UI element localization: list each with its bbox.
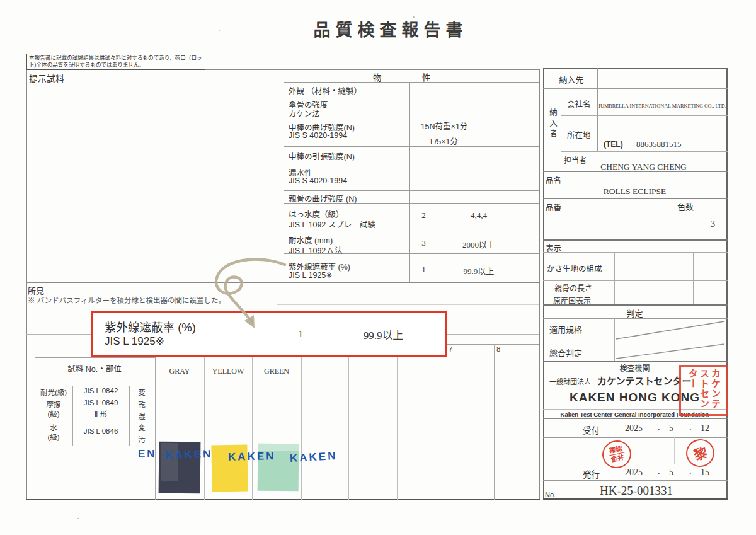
sample-no-part-header: 試料 No.・部位	[35, 362, 154, 374]
issued-day: 15	[701, 468, 709, 478]
kaken-stamp-partial: EN	[138, 448, 157, 461]
fabric-composition-label: かさ生地の組成	[547, 262, 602, 274]
phys-count-water-resist: 3	[410, 238, 438, 248]
supplier-label: 納入者	[547, 108, 559, 140]
grid-line	[447, 344, 539, 345]
grid-line	[693, 252, 694, 304]
row-water-change: 変	[129, 422, 154, 432]
phys-row-appearance: 外観 （材料・縫製）	[289, 84, 362, 96]
row-water-stain: 汚	[129, 434, 154, 444]
grid-line	[284, 163, 539, 163]
kaken-stamp-1: KAKEN	[165, 448, 213, 463]
phys-row-shaft-bend-std: JIS S 4020-1994	[289, 131, 347, 140]
phys-row-shaft-tensile: 中棒の引張強度(N)	[289, 150, 355, 162]
row-water-grade: (級)	[35, 432, 72, 442]
received-label: 受付	[583, 423, 600, 436]
row-water: 水	[35, 422, 72, 432]
grid-line	[26, 282, 539, 283]
grid-line	[410, 82, 410, 282]
phys-row-leak-std: JIS S 4020-1994	[289, 176, 347, 185]
issued-label: 発行	[583, 468, 600, 480]
grid-line	[26, 69, 27, 500]
agency-prefix: 一般財団法人	[549, 376, 591, 386]
issued-month: 5	[669, 468, 673, 478]
phys-sub-l5: L/5×1分	[410, 135, 479, 147]
rib-length-label: 親骨の長さ	[554, 282, 592, 293]
issued-year: 2025	[625, 468, 643, 478]
phys-value-water-repel: 4,4,4	[438, 210, 520, 221]
product-name-value: ROLLS ECLIPSE	[543, 187, 726, 197]
page-title: 品質検査報告書	[265, 16, 517, 41]
phys-sub-15n: 15N荷重×1分	[410, 120, 479, 132]
display-section-label: 表示	[546, 242, 561, 254]
product-name-label: 品名	[546, 174, 561, 186]
grid-line	[543, 198, 728, 199]
phys-row-water-resist-std: JIS L 1092 A 法	[289, 244, 343, 256]
tel-value: 88635881515	[636, 139, 682, 149]
grid-line	[35, 422, 539, 422]
deliver-to-label: 納入先	[547, 73, 596, 85]
quality-inspection-report: 品質検査報告書 本報告書に記載の試験結果は供試々料に対するものであり、荷口（ロッ…	[0, 0, 756, 535]
item-no-label: 品番	[546, 201, 561, 213]
row-lightfastness: 耐光(級)	[35, 387, 72, 397]
overall-judgment-label: 総合判定	[549, 347, 582, 359]
scan-speck	[77, 518, 79, 519]
contact-value: CHENG YANG CHENG	[561, 162, 726, 172]
column-yellow: YELLOW	[204, 367, 252, 376]
grid-line	[543, 68, 544, 500]
grid-line	[284, 190, 539, 191]
grid-line	[129, 410, 539, 410]
uv-highlight-box: 紫外線遮蔽率 (%) JIS L 1925※ 1 99.9以上	[91, 311, 447, 357]
grid-line	[397, 357, 398, 500]
findings-note: ※ バンドパスフィルターを積分球と検出器の間に設置した。	[28, 295, 226, 305]
grid-line	[284, 117, 539, 117]
grid-line	[597, 68, 598, 151]
row-rubbing: 摩擦	[35, 399, 72, 409]
row-rubbing-std: JIS L 0849	[72, 399, 129, 406]
grid-line	[410, 132, 539, 132]
grid-line	[35, 386, 539, 386]
phys-row-rib-strength-method: カケン法	[289, 107, 320, 119]
grid-line	[614, 252, 615, 304]
grid-line	[348, 357, 349, 500]
agency-name: カケンテストセンター	[597, 374, 692, 387]
grid-line	[543, 88, 728, 89]
grid-line	[35, 357, 155, 358]
grid-line	[301, 357, 302, 500]
confirmation-stamp: 確認 金井	[600, 438, 634, 471]
phys-value-uv: 99.9以上	[438, 265, 520, 277]
standard-slash	[616, 321, 724, 339]
kaken-stamp-2: KAKEN	[228, 450, 276, 463]
row-rubbing-dry: 乾	[129, 399, 154, 409]
grid-line	[543, 342, 728, 342]
disclaimer-line1: 本報告書に記載の試験結果は供試々料に対するものであり、荷口（ロッ	[29, 55, 203, 62]
date-dot: .	[689, 422, 692, 432]
corporate-seal-text: カケンテストセンター	[687, 369, 721, 414]
grid-line	[543, 480, 728, 481]
phys-header-right: 性	[422, 71, 431, 83]
phys-value-water-resist: 2000以上	[438, 238, 520, 250]
report-no-value: HK-25-001331	[554, 484, 718, 498]
uv-highlight-line1: 紫外線遮蔽率 (%)	[105, 318, 280, 335]
uv-highlight-count: 1	[280, 313, 321, 355]
confirmation-stamp-bottom: 金井	[610, 453, 625, 464]
received-year: 2025	[625, 423, 643, 434]
grid-line	[277, 304, 539, 305]
uv-highlight-line2: JIS L 1925※	[105, 335, 280, 348]
date-dot: .	[658, 422, 660, 432]
grid-line	[35, 398, 539, 398]
origin-label: 原産国表示	[553, 295, 591, 306]
row-water-std: JIS L 0846	[72, 427, 129, 435]
phys-header-left: 物	[373, 71, 382, 83]
grid-line	[674, 437, 675, 464]
row-lightfastness-std: JIS L 0842	[72, 387, 129, 394]
sample-section-label: 提示試料	[29, 72, 64, 84]
phys-row-water-repel-std: JIS L 1092 スプレー試験	[289, 218, 375, 230]
grid-line	[543, 68, 728, 69]
received-day: 12	[701, 423, 709, 434]
grid-line	[561, 88, 561, 171]
address-label: 所在地	[567, 129, 591, 141]
company-value: IUMBRELLA INTERNATIONAL MARKETING CO., L…	[598, 103, 726, 109]
grid-line	[726, 68, 728, 500]
company-label: 会社名	[567, 98, 591, 110]
